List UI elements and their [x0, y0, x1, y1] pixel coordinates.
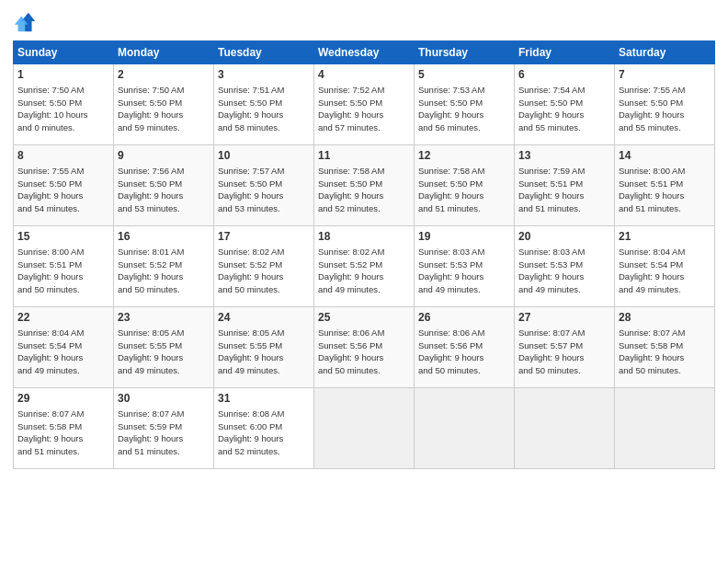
- day-number: 7: [619, 67, 711, 83]
- day-info: Sunrise: 8:03 AM Sunset: 5:53 PM Dayligh…: [418, 246, 510, 296]
- day-info: Sunrise: 8:03 AM Sunset: 5:53 PM Dayligh…: [518, 246, 610, 296]
- calendar-day: 31Sunrise: 8:08 AM Sunset: 6:00 PM Dayli…: [214, 388, 314, 469]
- calendar-day: [314, 388, 415, 469]
- day-number: 26: [418, 310, 510, 326]
- day-info: Sunrise: 8:04 AM Sunset: 5:54 PM Dayligh…: [619, 246, 711, 296]
- logo-icon: [13, 9, 39, 35]
- day-info: Sunrise: 8:07 AM Sunset: 5:57 PM Dayligh…: [518, 327, 610, 377]
- calendar-day: 13Sunrise: 7:59 AM Sunset: 5:51 PM Dayli…: [515, 145, 615, 226]
- calendar-day: 23Sunrise: 8:05 AM Sunset: 5:55 PM Dayli…: [114, 307, 214, 388]
- day-number: 4: [318, 67, 410, 83]
- day-info: Sunrise: 8:01 AM Sunset: 5:52 PM Dayligh…: [118, 246, 210, 296]
- day-number: 10: [218, 148, 310, 164]
- day-number: 31: [218, 391, 310, 407]
- calendar-day: 6Sunrise: 7:54 AM Sunset: 5:50 PM Daylig…: [515, 64, 615, 145]
- day-number: 13: [518, 148, 610, 164]
- calendar-header: SundayMondayTuesdayWednesdayThursdayFrid…: [14, 41, 715, 64]
- day-number: 1: [17, 67, 109, 83]
- day-number: 16: [118, 229, 210, 245]
- calendar-day: [615, 388, 715, 469]
- day-info: Sunrise: 7:59 AM Sunset: 5:51 PM Dayligh…: [518, 165, 610, 215]
- day-number: 3: [218, 67, 310, 83]
- day-info: Sunrise: 7:55 AM Sunset: 5:50 PM Dayligh…: [619, 84, 711, 134]
- calendar-day: [515, 388, 615, 469]
- calendar-day: 20Sunrise: 8:03 AM Sunset: 5:53 PM Dayli…: [515, 226, 615, 307]
- calendar-day: 11Sunrise: 7:58 AM Sunset: 5:50 PM Dayli…: [314, 145, 415, 226]
- day-info: Sunrise: 8:05 AM Sunset: 5:55 PM Dayligh…: [218, 327, 310, 377]
- day-info: Sunrise: 8:07 AM Sunset: 5:59 PM Dayligh…: [118, 408, 210, 458]
- calendar-day: 30Sunrise: 8:07 AM Sunset: 5:59 PM Dayli…: [114, 388, 214, 469]
- calendar-day: [415, 388, 515, 469]
- day-number: 9: [118, 148, 210, 164]
- day-info: Sunrise: 7:52 AM Sunset: 5:50 PM Dayligh…: [318, 84, 410, 134]
- day-number: 28: [619, 310, 711, 326]
- day-info: Sunrise: 8:07 AM Sunset: 5:58 PM Dayligh…: [619, 327, 711, 377]
- calendar-day: 16Sunrise: 8:01 AM Sunset: 5:52 PM Dayli…: [114, 226, 214, 307]
- day-number: 29: [17, 391, 109, 407]
- calendar-day: 4Sunrise: 7:52 AM Sunset: 5:50 PM Daylig…: [314, 64, 415, 145]
- day-info: Sunrise: 8:07 AM Sunset: 5:58 PM Dayligh…: [17, 408, 109, 458]
- header-day: Sunday: [14, 41, 114, 64]
- day-info: Sunrise: 8:02 AM Sunset: 5:52 PM Dayligh…: [318, 246, 410, 296]
- day-info: Sunrise: 7:51 AM Sunset: 5:50 PM Dayligh…: [218, 84, 310, 134]
- calendar-day: 14Sunrise: 8:00 AM Sunset: 5:51 PM Dayli…: [615, 145, 715, 226]
- calendar-week: 22Sunrise: 8:04 AM Sunset: 5:54 PM Dayli…: [14, 307, 715, 388]
- day-info: Sunrise: 7:50 AM Sunset: 5:50 PM Dayligh…: [118, 84, 210, 134]
- calendar-day: 19Sunrise: 8:03 AM Sunset: 5:53 PM Dayli…: [415, 226, 515, 307]
- day-number: 20: [518, 229, 610, 245]
- day-info: Sunrise: 8:06 AM Sunset: 5:56 PM Dayligh…: [418, 327, 510, 377]
- calendar-day: 10Sunrise: 7:57 AM Sunset: 5:50 PM Dayli…: [214, 145, 314, 226]
- day-number: 15: [17, 229, 109, 245]
- calendar-day: 2Sunrise: 7:50 AM Sunset: 5:50 PM Daylig…: [114, 64, 214, 145]
- calendar-day: 26Sunrise: 8:06 AM Sunset: 5:56 PM Dayli…: [415, 307, 515, 388]
- day-number: 18: [318, 229, 410, 245]
- calendar-day: 5Sunrise: 7:53 AM Sunset: 5:50 PM Daylig…: [415, 64, 515, 145]
- header-row: SundayMondayTuesdayWednesdayThursdayFrid…: [14, 41, 715, 64]
- day-info: Sunrise: 8:04 AM Sunset: 5:54 PM Dayligh…: [17, 327, 109, 377]
- day-number: 25: [318, 310, 410, 326]
- day-info: Sunrise: 8:08 AM Sunset: 6:00 PM Dayligh…: [218, 408, 310, 458]
- logo: [13, 9, 42, 35]
- day-info: Sunrise: 7:54 AM Sunset: 5:50 PM Dayligh…: [518, 84, 610, 134]
- day-info: Sunrise: 7:56 AM Sunset: 5:50 PM Dayligh…: [118, 165, 210, 215]
- calendar-day: 18Sunrise: 8:02 AM Sunset: 5:52 PM Dayli…: [314, 226, 415, 307]
- day-number: 12: [418, 148, 510, 164]
- calendar-body: 1Sunrise: 7:50 AM Sunset: 5:50 PM Daylig…: [14, 64, 715, 469]
- calendar-day: 29Sunrise: 8:07 AM Sunset: 5:58 PM Dayli…: [14, 388, 114, 469]
- calendar-day: 24Sunrise: 8:05 AM Sunset: 5:55 PM Dayli…: [214, 307, 314, 388]
- page-container: SundayMondayTuesdayWednesdayThursdayFrid…: [0, 0, 728, 478]
- day-info: Sunrise: 7:58 AM Sunset: 5:50 PM Dayligh…: [318, 165, 410, 215]
- header-day: Tuesday: [214, 41, 314, 64]
- calendar-day: 17Sunrise: 8:02 AM Sunset: 5:52 PM Dayli…: [214, 226, 314, 307]
- day-number: 8: [17, 148, 109, 164]
- calendar-day: 7Sunrise: 7:55 AM Sunset: 5:50 PM Daylig…: [615, 64, 715, 145]
- day-number: 6: [518, 67, 610, 83]
- calendar-week: 15Sunrise: 8:00 AM Sunset: 5:51 PM Dayli…: [14, 226, 715, 307]
- header-day: Monday: [114, 41, 214, 64]
- calendar-day: 12Sunrise: 7:58 AM Sunset: 5:50 PM Dayli…: [415, 145, 515, 226]
- day-number: 17: [218, 229, 310, 245]
- calendar-day: 27Sunrise: 8:07 AM Sunset: 5:57 PM Dayli…: [515, 307, 615, 388]
- header: [13, 9, 715, 35]
- day-info: Sunrise: 8:00 AM Sunset: 5:51 PM Dayligh…: [17, 246, 109, 296]
- day-number: 30: [118, 391, 210, 407]
- calendar-day: 25Sunrise: 8:06 AM Sunset: 5:56 PM Dayli…: [314, 307, 415, 388]
- day-number: 2: [118, 67, 210, 83]
- calendar-week: 1Sunrise: 7:50 AM Sunset: 5:50 PM Daylig…: [14, 64, 715, 145]
- header-day: Saturday: [615, 41, 715, 64]
- calendar-week: 29Sunrise: 8:07 AM Sunset: 5:58 PM Dayli…: [14, 388, 715, 469]
- calendar-week: 8Sunrise: 7:55 AM Sunset: 5:50 PM Daylig…: [14, 145, 715, 226]
- day-number: 23: [118, 310, 210, 326]
- day-number: 27: [518, 310, 610, 326]
- day-number: 21: [619, 229, 711, 245]
- calendar-day: 9Sunrise: 7:56 AM Sunset: 5:50 PM Daylig…: [114, 145, 214, 226]
- day-info: Sunrise: 7:58 AM Sunset: 5:50 PM Dayligh…: [418, 165, 510, 215]
- calendar-day: 15Sunrise: 8:00 AM Sunset: 5:51 PM Dayli…: [14, 226, 114, 307]
- calendar-table: SundayMondayTuesdayWednesdayThursdayFrid…: [13, 40, 715, 469]
- day-number: 11: [318, 148, 410, 164]
- calendar-day: 22Sunrise: 8:04 AM Sunset: 5:54 PM Dayli…: [14, 307, 114, 388]
- day-number: 24: [218, 310, 310, 326]
- header-day: Thursday: [415, 41, 515, 64]
- day-info: Sunrise: 7:50 AM Sunset: 5:50 PM Dayligh…: [17, 84, 109, 134]
- day-info: Sunrise: 7:57 AM Sunset: 5:50 PM Dayligh…: [218, 165, 310, 215]
